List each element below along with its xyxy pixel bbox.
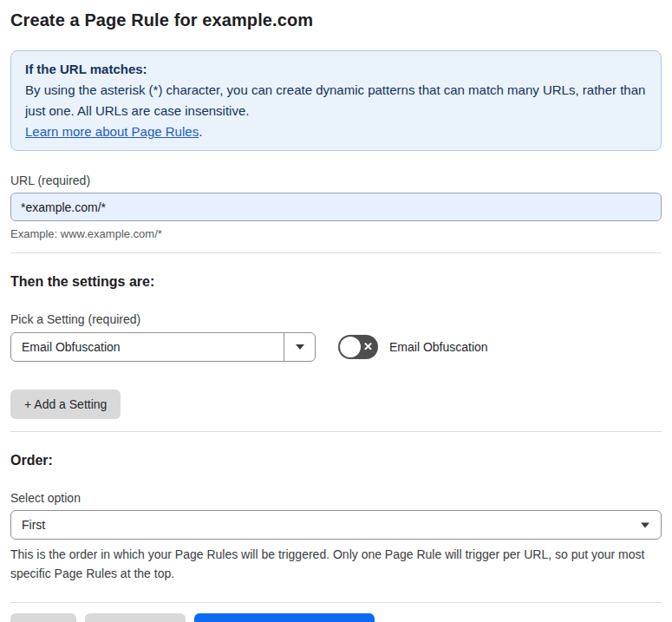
footer-divider — [10, 602, 662, 603]
cancel-button[interactable]: Cancel — [10, 613, 76, 622]
setting-select[interactable]: Email Obfuscation — [10, 332, 316, 362]
page-rule-form: Create a Page Rule for example.com If th… — [0, 0, 672, 622]
info-box-heading: If the URL matches: — [25, 59, 647, 80]
toggle-knob — [340, 337, 361, 357]
info-box-body: By using the asterisk (*) character, you… — [25, 80, 647, 121]
section-divider — [10, 431, 662, 432]
toggle-label: Email Obfuscation — [389, 340, 488, 354]
setting-select-arrow-button[interactable] — [284, 333, 315, 361]
url-example-hint: Example: www.example.com/* — [10, 227, 662, 240]
section-divider — [10, 252, 662, 253]
url-matches-info-box: If the URL matches: By using the asteris… — [10, 50, 662, 151]
setting-row: Email Obfuscation ✕ Email Obfuscation — [10, 332, 662, 362]
chevron-down-icon — [296, 344, 304, 350]
settings-section-heading: Then the settings are: — [10, 274, 662, 290]
order-select[interactable]: First — [10, 510, 662, 540]
chevron-down-icon — [641, 523, 649, 528]
save-and-deploy-button[interactable]: Save and Deploy Page Rule — [194, 613, 375, 622]
toggle-off-x-icon: ✕ — [363, 341, 373, 352]
footer-actions: Cancel Save as Draft Save and Deploy Pag… — [10, 613, 662, 622]
add-setting-button[interactable]: + Add a Setting — [10, 390, 121, 419]
info-box-link-line: Learn more about Page Rules. — [25, 121, 647, 142]
pick-setting-label: Pick a Setting (required) — [10, 312, 662, 326]
order-section-heading: Order: — [10, 453, 662, 468]
email-obfuscation-toggle[interactable]: ✕ — [338, 335, 378, 359]
url-input[interactable] — [10, 193, 662, 221]
link-suffix: . — [199, 124, 202, 139]
learn-more-link[interactable]: Learn more about Page Rules — [25, 124, 199, 139]
url-field-label: URL (required) — [10, 174, 662, 187]
order-select-value: First — [11, 511, 661, 539]
page-title: Create a Page Rule for example.com — [10, 10, 662, 30]
order-select-label: Select option — [10, 491, 662, 505]
setting-select-value: Email Obfuscation — [11, 333, 284, 361]
save-as-draft-button[interactable]: Save as Draft — [85, 613, 186, 622]
order-description: This is the order in which your Page Rul… — [10, 545, 662, 583]
